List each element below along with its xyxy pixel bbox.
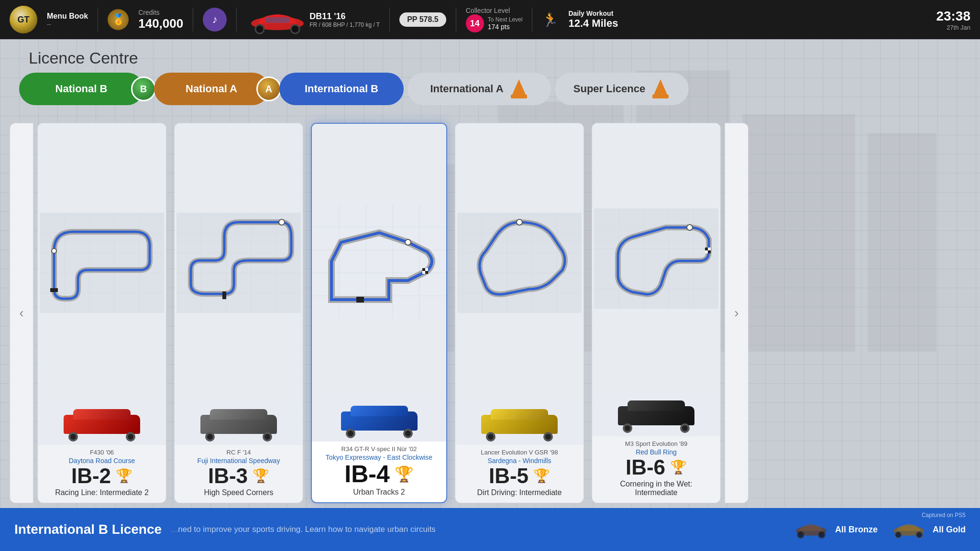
tab-international-a[interactable]: International A	[407, 73, 551, 105]
bottom-desc: ...ned to improve your sports driving. L…	[171, 525, 782, 534]
lesson-desc-ib4: Urban Tracks 2	[319, 488, 440, 497]
car-ib5	[455, 402, 584, 445]
credits-section: Credits 140,000	[138, 9, 183, 31]
bronze-reward-car	[792, 518, 830, 541]
collector-section: Collector Level 14 To Next Level 174 pts	[466, 7, 523, 32]
cards-area: ‹	[0, 118, 980, 508]
pp-label: PP	[407, 15, 417, 23]
divider-1	[98, 8, 98, 32]
svg-point-29	[279, 219, 285, 225]
gtr-silhouette	[336, 402, 422, 438]
lesson-desc-ib5: Dirt Driving: Intermediate	[462, 488, 577, 497]
card-info-ib2: F430 '06 Daytona Road Course IB-2 🏆 Raci…	[38, 445, 166, 503]
collector-level: 14	[466, 14, 484, 32]
track-ib4	[312, 124, 446, 399]
svg-point-72	[818, 531, 825, 538]
car-specs: FR / 608 BHP / 1,770 kg / T	[309, 22, 380, 28]
collector-row: 14 To Next Level 174 pts	[466, 14, 523, 32]
svg-rect-3	[265, 17, 289, 23]
credits-medal-icon	[108, 9, 129, 30]
trophy-ib4: 🏆	[395, 466, 414, 482]
card-info-ib5: Lancer Evolution V GSR '98 Sardegna - Wi…	[455, 445, 584, 503]
card-info-ib3: RC F '14 Fuji International Speedway IB-…	[175, 445, 303, 503]
svg-rect-41	[422, 268, 425, 271]
svg-rect-43	[422, 271, 425, 274]
tab-super-licence[interactable]: Super Licence	[555, 73, 689, 105]
time-section: 23:38 27th Jan	[936, 9, 970, 31]
workout-title: Daily Workout	[568, 10, 618, 17]
tab-super-label: Super Licence	[573, 83, 645, 95]
card-ib6[interactable]: M3 Sport Evolution '89 Red Bull Ring IB-…	[592, 123, 721, 503]
track-ib3	[175, 123, 303, 402]
lesson-num-ib4: IB-4 🏆	[319, 462, 440, 486]
reward-gold-label: All Gold	[933, 525, 966, 535]
cone-icon-ia	[509, 79, 529, 98]
car-info: DB11 '16 FR / 608 BHP / 1,770 kg / T	[309, 11, 380, 28]
lancer-silhouette	[476, 406, 562, 442]
clock-time: 23:38	[936, 9, 970, 24]
tab-national-a[interactable]: National A A	[154, 73, 269, 105]
car-image	[246, 7, 304, 33]
car-ib2	[38, 402, 166, 445]
tab-national-b-label: National B	[55, 83, 108, 95]
track-name-ib3: Fuji International Speedway	[181, 457, 296, 465]
track-name-ib4: Tokyo Expressway - East Clockwise	[319, 454, 440, 461]
svg-point-2	[291, 25, 299, 33]
bottom-licence-title: International B Licence	[14, 522, 162, 537]
svg-point-45	[405, 239, 411, 245]
partial-card-right[interactable]: ›	[725, 118, 749, 508]
lesson-desc-ib3: High Speed Corners	[181, 488, 296, 497]
car-ib3	[175, 402, 303, 445]
svg-point-75	[916, 531, 923, 538]
svg-point-55	[517, 219, 522, 225]
svg-point-69	[687, 225, 693, 230]
svg-rect-66	[708, 248, 711, 250]
collector-sub: To Next Level	[488, 16, 523, 23]
card-ib2[interactable]: F430 '06 Daytona Road Course IB-2 🏆 Raci…	[37, 123, 166, 503]
track-ib2	[38, 123, 166, 402]
music-icon[interactable]: ♪	[203, 8, 227, 32]
top-bar: GT Menu Book -- Credits 140,000 ♪ DB11 '…	[0, 0, 980, 39]
tab-international-b[interactable]: International B	[279, 73, 404, 105]
divider-6	[532, 8, 532, 32]
divider-3	[236, 8, 237, 32]
svg-rect-18	[50, 288, 58, 292]
main-content: Licence Centre National B B National A A…	[0, 39, 980, 508]
tab-international-b-label: International B	[305, 83, 378, 95]
captured-ps5: Captured on PS5	[922, 512, 966, 519]
divider-5	[456, 8, 456, 32]
trophy-ib2: 🏆	[116, 469, 132, 483]
track-name-ib5: Sardegna - Windmills	[462, 457, 577, 465]
cone-icon-super	[651, 79, 670, 98]
menu-book-label: Menu Book	[47, 12, 88, 21]
licence-centre-title: Licence Centre	[29, 49, 138, 67]
svg-point-19	[52, 248, 56, 253]
card-ib5[interactable]: Lancer Evolution V GSR '98 Sardegna - Wi…	[455, 123, 584, 503]
car-name-ib3: RC F '14	[181, 449, 296, 456]
card-ib3[interactable]: RC F '14 Fuji International Speedway IB-…	[174, 123, 303, 503]
clock-date: 27th Jan	[947, 24, 970, 31]
m3-silhouette	[613, 397, 699, 433]
menu-book-sub: --	[47, 21, 88, 28]
bottom-bar: International B Licence ...ned to improv…	[0, 508, 980, 551]
collector-title: Collector Level	[466, 7, 523, 14]
partial-card-left[interactable]: ‹	[10, 118, 33, 508]
svg-rect-67	[705, 250, 708, 253]
lesson-num-ib5: IB-5 🏆	[462, 465, 577, 486]
card-info-ib6: M3 Sport Evolution '89 Red Bull Ring IB-…	[592, 436, 720, 503]
card-ib4[interactable]: R34 GT-R V·spec II Nür '02 Tokyo Express…	[311, 123, 447, 503]
licence-tabs: National B B National A A International …	[19, 73, 689, 105]
lexus-silhouette	[196, 406, 282, 442]
tab-national-b[interactable]: National B B	[19, 73, 143, 105]
credits-value: 140,000	[138, 16, 183, 31]
svg-rect-42	[425, 268, 428, 271]
lesson-num-ib3: IB-3 🏆	[181, 465, 296, 486]
reward-bronze-label: All Bronze	[835, 525, 878, 535]
svg-rect-44	[425, 271, 428, 274]
workout-miles: 12.4 Miles	[568, 17, 618, 30]
tab-national-a-label: National A	[186, 83, 237, 95]
medal-a-badge: A	[256, 76, 281, 101]
runner-icon: 🏃	[542, 12, 559, 28]
pp-badge: PP 578.5	[399, 12, 446, 27]
collector-pts: 174 pts	[488, 23, 523, 31]
